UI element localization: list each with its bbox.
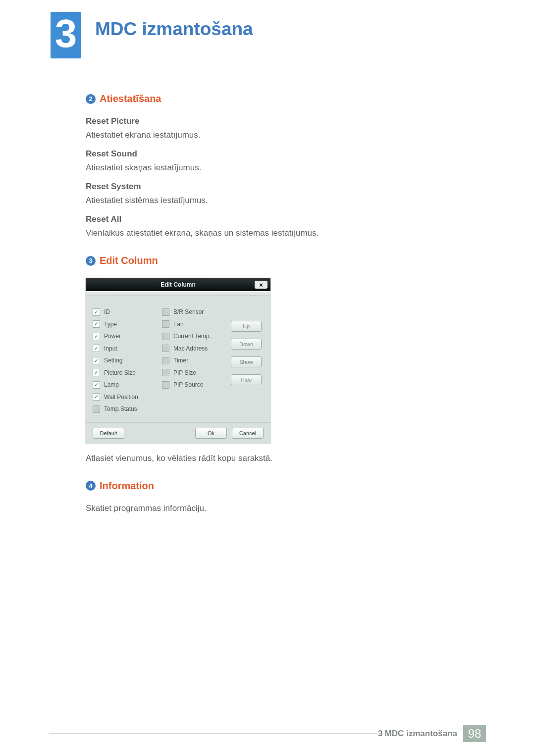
para-edit-column-caption: Atlasiet vienumus, ko vēlaties rādīt kop… [86, 454, 462, 463]
para-information: Skatiet programmas informāciju. [86, 504, 462, 513]
column-check-right: B/R Sensor Fan Current Temp. Mac Address… [162, 306, 221, 415]
check-mac-address[interactable]: Mac Address [162, 343, 221, 355]
check-icon: ✓ [94, 346, 99, 351]
check-id[interactable]: ✓ID [93, 306, 156, 318]
check-label: Power [104, 333, 121, 340]
section-head-edit-column: 3 Edit Column [86, 255, 462, 266]
check-label: Mac Address [173, 345, 208, 352]
section-title: Atiestatīšana [100, 93, 161, 104]
section-number-icon: 2 [86, 94, 96, 104]
edit-column-dialog: Edit Column × ✓ID ✓Type ✓Power ✓Input ✓S… [86, 278, 270, 444]
default-button[interactable]: Default [93, 428, 124, 439]
check-setting[interactable]: ✓Setting [93, 354, 156, 367]
subhead-reset-sound: Reset Sound [86, 149, 462, 159]
hide-button[interactable]: Hide [231, 374, 262, 385]
section-number-icon: 3 [86, 256, 96, 266]
check-icon: ✓ [94, 370, 99, 375]
check-label: Timer [173, 357, 188, 364]
check-icon: ✓ [94, 358, 99, 363]
check-picture-size[interactable]: ✓Picture Size [93, 367, 156, 379]
check-icon: ✓ [94, 309, 99, 315]
check-label: Wall Position [104, 394, 138, 401]
section-head-information: 4 Information [86, 480, 462, 492]
check-icon: ✓ [94, 394, 99, 400]
close-icon[interactable]: × [255, 281, 268, 289]
para-reset-picture: Atiestatiet ekrāna iestatījumus. [86, 130, 462, 140]
para-reset-sound: Atiestatiet skaņas iestatījumus. [86, 163, 462, 173]
subhead-reset-all: Reset All [86, 214, 462, 224]
footer-chapter-number: 3 [378, 729, 382, 739]
page-number: 98 [463, 725, 486, 742]
check-label: B/R Sensor [173, 308, 204, 315]
section-title: Information [100, 480, 154, 492]
check-lamp[interactable]: ✓Lamp [93, 379, 156, 391]
check-type[interactable]: ✓Type [93, 318, 156, 331]
check-fan[interactable]: Fan [162, 318, 221, 331]
subhead-reset-picture: Reset Picture [86, 116, 462, 126]
dialog-title: Edit Column [160, 281, 196, 288]
dialog-strip [86, 291, 270, 296]
para-reset-all: Vienlaikus atiestatiet ekrāna, skaņas un… [86, 228, 462, 238]
section-head-reset: 2 Atiestatīšana [86, 93, 462, 104]
check-power[interactable]: ✓Power [93, 330, 156, 343]
chapter-number: 3 [51, 14, 81, 53]
column-order-buttons: Up Down Show Hide [231, 306, 264, 415]
para-reset-system: Atiestatiet sistēmas iestatījumus. [86, 196, 462, 205]
check-timer[interactable]: Timer [162, 354, 221, 367]
check-temp-status[interactable]: Temp.Status [93, 403, 156, 415]
page-footer: 3 MDC izmantošana 98 [49, 725, 486, 742]
check-label: Lamp [104, 381, 119, 388]
dialog-titlebar: Edit Column × [86, 278, 270, 291]
check-label: Fan [173, 321, 184, 328]
footer-rule [49, 733, 378, 734]
section-number-icon: 4 [86, 481, 96, 491]
check-icon: ✓ [94, 334, 99, 339]
show-button[interactable]: Show [231, 356, 262, 367]
check-pip-source[interactable]: PIP Source [162, 379, 221, 391]
check-input[interactable]: ✓Input [93, 343, 156, 355]
check-label: Setting [104, 357, 122, 364]
check-label: Input [104, 345, 117, 352]
chapter-title: MDC izmantošana [95, 19, 253, 40]
check-label: PIP Size [173, 369, 196, 376]
check-icon: ✓ [94, 321, 99, 327]
section-title: Edit Column [100, 255, 158, 266]
check-label: Temp.Status [104, 405, 137, 412]
check-icon: ✓ [94, 382, 99, 388]
edit-column-dialog-figure: Edit Column × ✓ID ✓Type ✓Power ✓Input ✓S… [86, 278, 462, 444]
check-label: Current Temp. [173, 333, 211, 340]
check-label: PIP Source [173, 381, 203, 388]
subhead-reset-system: Reset System [86, 182, 462, 192]
check-label: Type [104, 321, 117, 328]
check-pip-size[interactable]: PIP Size [162, 367, 221, 379]
cancel-button[interactable]: Cancel [232, 428, 264, 439]
column-check-left: ✓ID ✓Type ✓Power ✓Input ✓Setting ✓Pictur… [93, 306, 156, 415]
down-button[interactable]: Down [231, 339, 262, 350]
footer-chapter-title: MDC izmantošana [385, 729, 457, 739]
chapter-tab: 3 [51, 12, 81, 58]
check-current-temp[interactable]: Current Temp. [162, 330, 221, 343]
ok-button[interactable]: Ok [195, 428, 227, 439]
check-br-sensor[interactable]: B/R Sensor [162, 306, 221, 318]
dialog-footer: Default Ok Cancel [86, 422, 270, 444]
up-button[interactable]: Up [231, 321, 262, 332]
check-label: ID [104, 308, 110, 315]
check-label: Picture Size [104, 369, 136, 376]
check-wall-position[interactable]: ✓Wall Position [93, 391, 156, 403]
